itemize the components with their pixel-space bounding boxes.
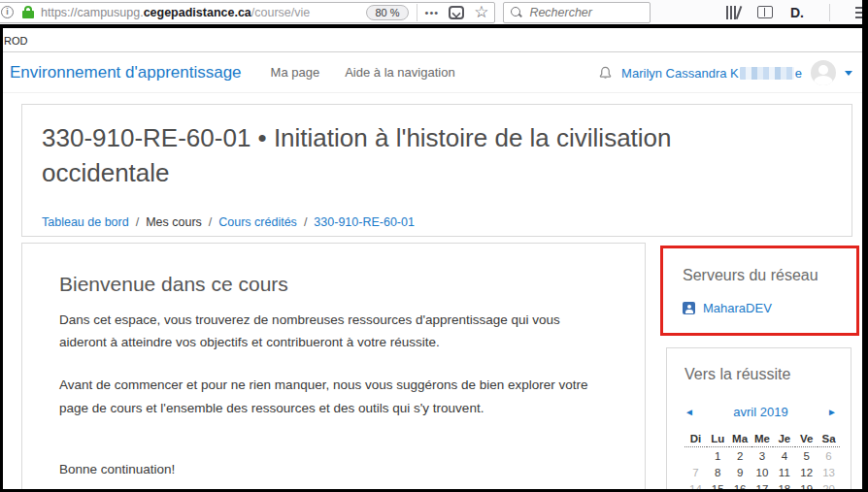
browser-search-box[interactable] (503, 2, 651, 23)
network-servers-block: Serveurs du réseau MaharaDEV (663, 248, 856, 315)
calendar-day: 5 (795, 447, 818, 465)
calendar-day: 7 (684, 464, 707, 480)
browser-window: i https://campusupg.cegepadistance.ca/co… (0, 0, 868, 492)
site-info-icon[interactable]: i (1, 6, 14, 18)
page-title: 330-910-RE-60-01 • Initiation à l'histoi… (42, 120, 832, 190)
page-viewport: ROD Environnement d'apprentissage Ma pag… (3, 28, 862, 489)
calendar-day: 11 (773, 464, 795, 480)
calendar-prev-icon[interactable]: ◄ (684, 407, 694, 417)
site-brand-link[interactable]: Environnement d'apprentissage (10, 63, 242, 82)
calendar-day: 10 (751, 464, 774, 480)
calendar-day: 3 (751, 447, 774, 465)
calendar-day: 4 (773, 447, 795, 465)
calendar-day-header: Je (773, 433, 795, 447)
calendar-block-title: Vers la réussite (684, 366, 839, 383)
calendar-week-row: 1 2 3 4 5 6 (684, 447, 840, 465)
site-navbar: Environnement d'apprentissage Ma page Ai… (3, 52, 862, 93)
mahara-badge-icon (683, 302, 695, 314)
breadcrumb-mes-cours: Mes cours (146, 215, 202, 229)
url-domain: cegepadistance.ca (144, 6, 251, 19)
notifications-bell-icon[interactable] (598, 66, 613, 81)
user-name-redacted (740, 67, 794, 80)
breadcrumb-separator: / (136, 215, 139, 229)
search-icon (511, 7, 522, 18)
calendar-day: 6 (818, 447, 840, 465)
calendar-month-nav: ◄ avril 2019 ► (684, 405, 839, 419)
calendar-day-header: Ve (795, 433, 818, 447)
frame-border-top (0, 24, 868, 28)
calendar-header-row: Di Lu Ma Me Je Ve Sa (684, 433, 840, 447)
calendar-day: 12 (795, 464, 818, 480)
lock-icon[interactable] (22, 6, 34, 18)
frame-border-left (0, 24, 3, 492)
calendar-day-header: Di (684, 433, 707, 447)
breadcrumb-separator: / (304, 215, 307, 229)
course-header-card: 330-910-RE-60-01 • Initiation à l'histoi… (21, 104, 852, 237)
calendar-table: Di Lu Ma Me Je Ve Sa 1 2 3 (684, 433, 840, 492)
course-content-card: Bienvenue dans ce cours Dans cet espace,… (21, 243, 646, 492)
network-servers-title: Serveurs du réseau (683, 267, 856, 284)
breadcrumb: Tableau de bord / Mes cours / Cours créd… (42, 215, 832, 229)
breadcrumb-separator: / (209, 215, 212, 229)
calendar-week-row: 7 8 9 10 11 12 13 (684, 464, 840, 480)
breadcrumb-cours-credites[interactable]: Cours crédités (218, 215, 297, 229)
extension-d-icon[interactable]: D. (790, 5, 804, 20)
urlbar-divider (417, 4, 417, 21)
calendar-day: 13 (818, 464, 840, 480)
calendar-day-header: Me (751, 433, 774, 447)
calendar-day: 9 (729, 464, 751, 480)
breadcrumb-course-code[interactable]: 330-910-RE-60-01 (314, 215, 415, 229)
welcome-paragraph-3: Bonne continuation! (59, 458, 606, 480)
server-row: MaharaDEV (683, 301, 856, 315)
welcome-paragraph-2: Avant de commencer et pour ne rien manqu… (59, 374, 606, 418)
url-text[interactable]: https://campusupg.cegepadistance.ca/cour… (41, 6, 362, 19)
user-name-prefix: Marilyn Cassandra K (621, 66, 739, 81)
nav-link-aide-navigation[interactable]: Aide à la navigation (345, 65, 454, 80)
zoom-level-badge[interactable]: 80 % (366, 5, 408, 20)
sidebar-toggle-icon[interactable] (757, 6, 773, 18)
calendar-block: Vers la réussite ◄ avril 2019 ► Di Lu Ma… (666, 347, 851, 492)
browser-toolbar: i https://campusupg.cegepadistance.ca/co… (0, 0, 868, 24)
calendar-day: 8 (707, 464, 729, 480)
toolbar-divider (829, 4, 830, 21)
avatar[interactable] (811, 60, 836, 85)
calendar-day: 1 (707, 447, 729, 465)
nav-link-ma-page[interactable]: Ma page (271, 65, 320, 80)
calendar-day-header: Ma (729, 433, 751, 447)
pocket-icon[interactable] (449, 6, 464, 19)
navbar-user-area: Marilyn Cassandra Ke (598, 52, 852, 93)
calendar-day-header: Lu (707, 433, 729, 447)
url-prefix: https://campusupg. (41, 6, 144, 19)
url-path: /course/vie (251, 6, 310, 19)
environment-label: ROD (3, 28, 862, 52)
user-menu-caret-icon[interactable] (845, 71, 852, 76)
user-menu-link[interactable]: Marilyn Cassandra Ke (621, 66, 802, 81)
toolbar-buttons: D. (726, 4, 868, 21)
calendar-month-label[interactable]: avril 2019 (733, 405, 787, 419)
welcome-paragraph-1: Dans cet espace, vous trouverez de nombr… (59, 309, 606, 353)
welcome-heading: Bienvenue dans ce cours (59, 273, 606, 296)
calendar-day-header: Sa (818, 433, 840, 447)
breadcrumb-tableau-de-bord[interactable]: Tableau de bord (42, 215, 129, 229)
calendar-next-icon[interactable]: ► (827, 407, 837, 417)
calendar-day: 2 (729, 447, 751, 465)
frame-border-right (862, 0, 868, 492)
maharadev-link[interactable]: MaharaDEV (703, 301, 772, 315)
search-input[interactable] (529, 6, 636, 19)
red-annotation-box: Serveurs du réseau MaharaDEV (660, 246, 859, 336)
bookmark-star-icon[interactable]: ☆ (474, 4, 488, 20)
url-bar[interactable]: i https://campusupg.cegepadistance.ca/co… (0, 2, 495, 23)
calendar-day (684, 447, 707, 465)
library-icon[interactable] (726, 6, 740, 19)
user-name-suffix: e (795, 66, 802, 81)
page-actions-icon[interactable]: ••• (425, 7, 440, 18)
